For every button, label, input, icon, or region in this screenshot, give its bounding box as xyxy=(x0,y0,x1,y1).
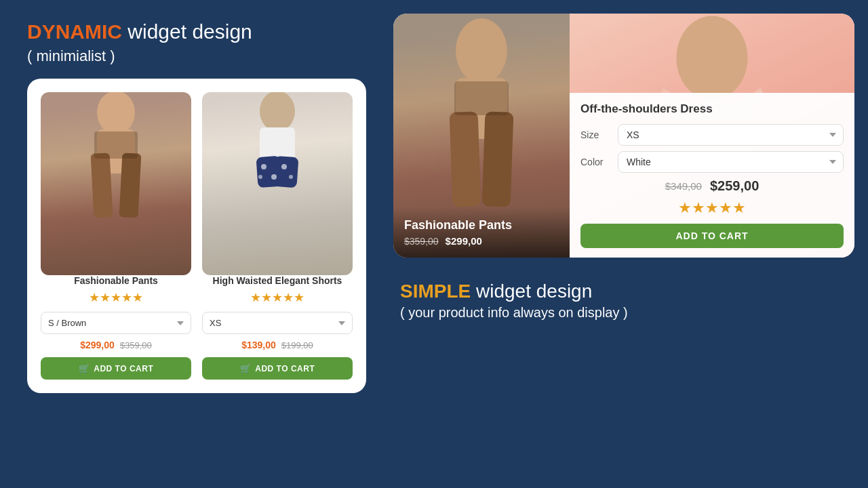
svg-point-13 xyxy=(289,175,293,179)
pants-cart-label: ADD TO CART xyxy=(94,364,153,373)
pants-add-to-cart-button[interactable]: 🛒 ADD TO CART xyxy=(41,357,191,380)
simple-sub: ( your product info always on display ) xyxy=(400,305,854,321)
color-row: Color White Black Beige xyxy=(580,151,844,173)
svg-point-9 xyxy=(261,164,267,169)
svg-rect-18 xyxy=(454,81,509,115)
pants-name: Fashionable Pants xyxy=(74,275,158,286)
simple-word: SIMPLE xyxy=(400,281,471,302)
dynamic-main-panel: Fashionable Pants $359,00 $299,00 xyxy=(393,14,570,258)
pants-illustration xyxy=(41,92,191,275)
dynamic-price-row: $359,00 $299,00 xyxy=(404,235,559,247)
cart-icon: 🛒 xyxy=(79,363,90,373)
svg-point-11 xyxy=(281,164,287,169)
color-label: Color xyxy=(580,157,611,167)
size-label: Size xyxy=(580,129,611,140)
dynamic-product-overlay: Fashionable Pants $359,00 $299,00 xyxy=(393,207,570,258)
dynamic-product-info-panel: Off-the-shoulders Dress Size XS S M L Co… xyxy=(570,93,854,258)
simple-headline: SIMPLE widget design xyxy=(400,281,854,302)
svg-rect-8 xyxy=(273,156,298,188)
dress-stars: ★★★★★ xyxy=(580,199,844,217)
product-card-shorts: High Waisted Elegant Shorts ★★★★★ XS S M… xyxy=(202,92,353,380)
dynamic-orig-price: $359,00 xyxy=(404,236,439,247)
dress-orig-price: $349,00 xyxy=(665,180,702,192)
dynamic-side-panel: Off-the-shoulders Dress Size XS S M L Co… xyxy=(570,14,854,258)
dynamic-product-name: Fashionable Pants xyxy=(404,218,559,232)
cart-icon-2: 🛒 xyxy=(240,363,252,373)
main-headline: DYNAMIC widget design xyxy=(27,20,366,43)
size-select[interactable]: XS S M L xyxy=(618,124,844,146)
dress-title: Off-the-shoulders Dress xyxy=(580,102,844,116)
shorts-illustration xyxy=(202,92,353,275)
shorts-orig-price: $199,00 xyxy=(281,340,313,350)
headline-sub: ( minimialist ) xyxy=(27,47,366,65)
product-image-pants xyxy=(41,92,191,275)
shorts-sale-price: $139,00 xyxy=(241,340,276,350)
pants-price-row: $299,00 $359,00 xyxy=(80,340,152,350)
shorts-stars: ★★★★★ xyxy=(250,290,304,305)
shorts-cart-label: ADD TO CART xyxy=(255,364,315,373)
svg-point-5 xyxy=(260,92,295,131)
svg-point-10 xyxy=(271,174,277,180)
pants-sale-price: $299,00 xyxy=(80,340,115,350)
dress-prices: $349,00 $259,00 xyxy=(580,178,844,194)
svg-point-19 xyxy=(677,16,748,100)
shorts-add-to-cart-button[interactable]: 🛒 ADD TO CART xyxy=(202,357,353,380)
svg-rect-4 xyxy=(94,131,138,159)
color-select[interactable]: White Black Beige xyxy=(618,151,844,173)
pants-stars: ★★★★★ xyxy=(89,290,143,305)
svg-rect-17 xyxy=(482,111,514,207)
svg-rect-16 xyxy=(450,111,481,207)
product-image-shorts xyxy=(202,92,353,275)
size-row: Size XS S M L xyxy=(580,124,844,146)
shorts-variant-select[interactable]: XS S M L xyxy=(202,312,353,334)
dress-add-to-cart-button[interactable]: ADD TO CART xyxy=(580,224,844,248)
dynamic-word: DYNAMIC xyxy=(27,20,122,43)
shorts-price-row: $139,00 $199,00 xyxy=(241,340,313,350)
dynamic-sale-price: $299,00 xyxy=(446,235,482,247)
svg-point-0 xyxy=(97,92,135,134)
shorts-name: High Waisted Elegant Shorts xyxy=(213,275,342,286)
dress-sale-price: $259,00 xyxy=(710,178,759,194)
pants-variant-select[interactable]: S / Brown S / Black M / Brown xyxy=(41,312,191,334)
dynamic-widget: Fashionable Pants $359,00 $299,00 Off-th… xyxy=(393,14,854,258)
svg-rect-2 xyxy=(91,152,113,218)
svg-rect-3 xyxy=(119,152,142,218)
svg-point-12 xyxy=(258,175,262,179)
simple-label-section: SIMPLE widget design ( your product info… xyxy=(393,274,854,321)
product-card-pants: Fashionable Pants ★★★★★ S / Brown S / Bl… xyxy=(41,92,191,380)
minimialist-widget: Fashionable Pants ★★★★★ S / Brown S / Bl… xyxy=(27,79,366,393)
left-section: DYNAMIC widget design ( minimialist ) Fa… xyxy=(0,0,393,488)
right-section: Fashionable Pants $359,00 $299,00 Off-th… xyxy=(393,0,868,488)
pants-orig-price: $359,00 xyxy=(120,340,152,350)
svg-point-14 xyxy=(456,18,507,83)
